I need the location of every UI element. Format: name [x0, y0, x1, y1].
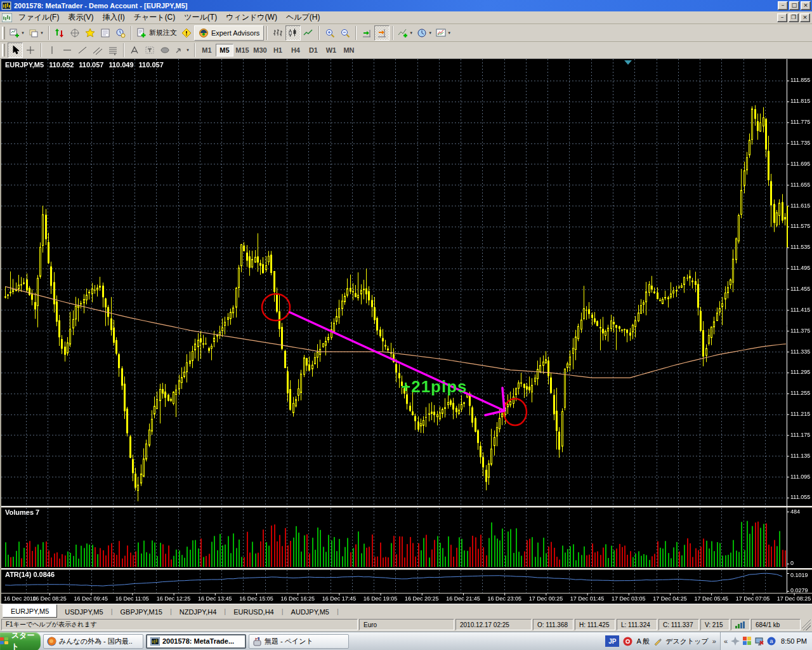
menu-insert[interactable]: 挿入(I) [98, 11, 129, 24]
expert-advisors-button[interactable]: Expert Advisors [194, 25, 264, 41]
new-order-button[interactable]: 新規注文 [134, 25, 179, 41]
taskbar-clock[interactable]: 8:50 PM [781, 637, 807, 645]
horizontal-line-button[interactable] [60, 43, 75, 58]
text-label-button[interactable] [142, 43, 157, 58]
line-chart-button[interactable] [301, 25, 316, 41]
price-chart-canvas[interactable] [1, 59, 812, 604]
mdi-close-button[interactable]: × [800, 13, 810, 22]
maximize-button[interactable]: □ [789, 1, 799, 10]
chevron-down-icon[interactable]: ▼ [409, 31, 413, 35]
equidistant-channel-button[interactable] [90, 43, 105, 58]
menu-window[interactable]: ウィンドウ(W) [221, 11, 282, 24]
vline-icon [47, 45, 57, 55]
zoom-in-button[interactable] [322, 25, 337, 41]
cursor-button[interactable] [8, 43, 23, 58]
minimize-button[interactable]: – [778, 1, 788, 10]
menu-file[interactable]: ファイル(F) [14, 11, 63, 24]
chevron-down-icon[interactable]: ▼ [21, 31, 25, 35]
timeframe-h1-button[interactable]: H1 [269, 44, 287, 56]
zoom-out-button[interactable] [337, 25, 353, 41]
menu-chart[interactable]: チャート(C) [129, 11, 180, 24]
menu-bar: ファイル(F) 表示(V) 挿入(I) チャート(C) ツール(T) ウィンドウ… [0, 11, 812, 24]
mdi-restore-button[interactable]: ❐ [789, 13, 799, 22]
metatrader-window: 2001578: MetaTrader - Demo Account - [EU… [0, 0, 812, 650]
clock-icon [417, 28, 427, 38]
order-icon [136, 28, 147, 38]
template-icon [436, 28, 446, 38]
tab-eurjpy-m5[interactable]: EURJPY,M5 [3, 604, 57, 618]
vertical-line-button[interactable] [44, 43, 60, 58]
tab-eurusd-h4[interactable]: EURUSD,H4 [226, 606, 282, 618]
start-button[interactable]: スタート [0, 632, 41, 650]
main-toolbar: ▼▼新規注文Expert Advisors▼▼▼ [0, 24, 812, 42]
tab-audjpy-m5[interactable]: AUDJPY,M5 [284, 606, 337, 618]
candlestick-chart-button[interactable] [285, 25, 301, 41]
crosshair-button[interactable] [23, 43, 38, 58]
ea-icon [199, 28, 209, 38]
indicator-plus-icon [398, 28, 408, 38]
toolbar-grip[interactable] [2, 44, 5, 56]
navigator-button[interactable] [67, 25, 82, 41]
menu-tools[interactable]: ツール(T) [180, 11, 221, 24]
tray-collapse-chevron[interactable]: « [724, 637, 728, 645]
timeframe-m1-button[interactable]: M1 [198, 44, 216, 56]
timeframe-w1-button[interactable]: W1 [322, 44, 340, 56]
terminal-button[interactable] [98, 25, 113, 41]
auto-scroll-button[interactable] [359, 25, 374, 41]
toolbar-grip[interactable] [2, 27, 5, 39]
trendline-button[interactable] [75, 43, 90, 58]
task-paint[interactable]: 無題 - ペイント [249, 634, 349, 649]
crosshair-icon [25, 45, 36, 55]
desktop-toolbar-label[interactable]: デスクトップ [665, 637, 709, 646]
timeframe-h4-button[interactable]: H4 [287, 44, 304, 56]
ime-mode[interactable]: A 般 [636, 637, 650, 646]
periods-button[interactable]: ▼ [415, 25, 434, 41]
windows-logo-icon [0, 637, 9, 645]
toolbar-overflow-chevron[interactable]: » [712, 637, 716, 645]
close-button[interactable]: × [801, 1, 811, 10]
text-button[interactable] [127, 43, 142, 58]
new-chart-button[interactable]: ▼ [8, 25, 27, 41]
atr-indicator-label: ATR(14) 0.0846 [5, 571, 55, 578]
task-metatrader[interactable]: 2001578: MetaTrade... [146, 634, 246, 649]
menu-help[interactable]: ヘルプ(H) [282, 11, 325, 24]
volume-axis-min: 0 [790, 560, 794, 566]
chevron-down-icon[interactable]: ▼ [447, 31, 451, 35]
chevron-down-icon[interactable]: ▼ [428, 31, 432, 35]
candles-icon [288, 28, 298, 38]
ellipse-button[interactable] [157, 43, 173, 58]
tab-usdjpy-m5[interactable]: USDJPY,M5 [57, 606, 110, 618]
metaeditor-warning-button[interactable] [179, 25, 194, 41]
app-icon [1, 1, 11, 10]
templates-button[interactable]: ▼ [434, 25, 453, 41]
bars-icon [273, 28, 283, 38]
strategy-tester-button[interactable] [113, 25, 128, 41]
atr-axis-min: 0.0279 [790, 587, 808, 594]
mdi-minimize-button[interactable]: – [777, 13, 787, 22]
chevron-down-icon[interactable]: ▼ [40, 31, 44, 35]
profiles-button[interactable]: ▼ [27, 25, 46, 41]
tab-gbpjpy-m15[interactable]: GBPJPY,M15 [113, 606, 170, 618]
timeframe-d1-button[interactable]: D1 [304, 44, 322, 56]
status-help-text: F1キーでヘルプが表示されます [1, 619, 358, 630]
timeframe-m15-button[interactable]: M15 [233, 44, 251, 56]
timeframe-mn-button[interactable]: MN [340, 44, 358, 56]
market-watch-button[interactable] [52, 25, 67, 41]
toolbar-separator [392, 26, 393, 40]
timeframe-m5-button[interactable]: M5 [216, 44, 233, 56]
fibonacci-button[interactable] [105, 43, 121, 58]
shift-icon [377, 28, 387, 38]
chart-shift-button[interactable] [374, 25, 390, 41]
timeframe-m30-button[interactable]: M30 [251, 44, 269, 56]
task-firefox[interactable]: みんなの外為 - 国内最.. [43, 634, 143, 649]
language-jp-badge[interactable]: JP [605, 635, 619, 647]
menu-view[interactable]: 表示(V) [63, 11, 98, 24]
tab-nzdjpy-h4[interactable]: NZDJPY,H4 [172, 606, 224, 618]
tray-icon-updater: a [767, 637, 776, 646]
resize-grip[interactable] [802, 619, 811, 630]
indicators-button[interactable]: ▼ [396, 25, 415, 41]
bar-chart-button[interactable] [270, 25, 285, 41]
favorites-button[interactable] [82, 25, 98, 41]
chevron-down-icon[interactable]: ▼ [186, 48, 190, 52]
arrows-button[interactable]: ▼ [173, 43, 192, 58]
